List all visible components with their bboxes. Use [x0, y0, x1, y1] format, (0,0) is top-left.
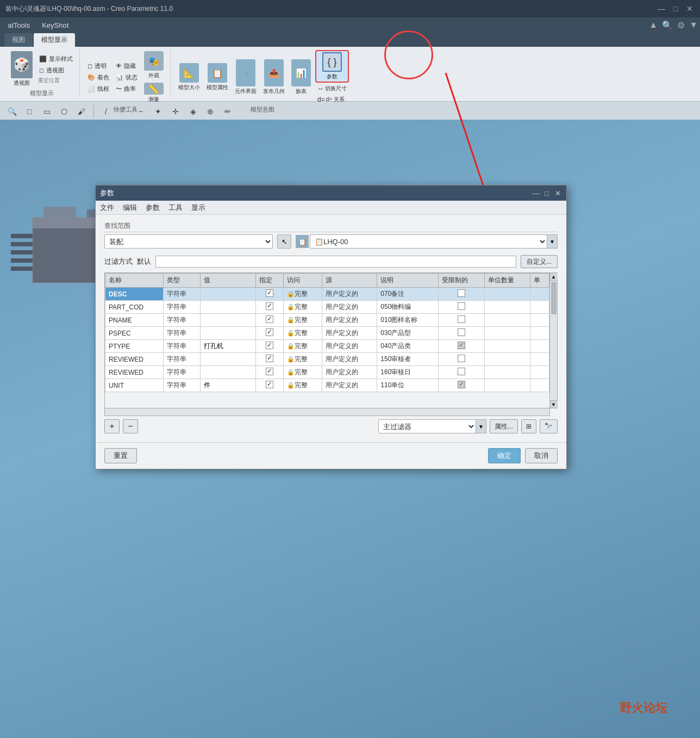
cell-value[interactable] [201, 353, 255, 366]
ribbon-up-icon[interactable]: ▲ [649, 20, 658, 30]
tab-model-display[interactable]: 模型显示 [34, 33, 75, 47]
table-row[interactable]: UNIT字符串🔒完整用户定义的110单位 [105, 379, 549, 392]
cell-value[interactable] [201, 288, 255, 301]
dialog-menu-tools[interactable]: 工具 [168, 203, 183, 213]
curve-btn[interactable]: 〜 曲率 [114, 84, 140, 94]
color-btn[interactable]: 🎨 着色 [85, 72, 111, 83]
relations-btn[interactable]: d= d= 关系 [315, 95, 349, 104]
dialog-menu-edit[interactable]: 编辑 [123, 203, 137, 213]
params-btn[interactable]: { } 参数 [315, 50, 349, 83]
switch-size-btn[interactable]: ↔ 切换尺寸 [315, 84, 349, 94]
model-props-btn[interactable]: 📋 模型属性 [204, 62, 230, 92]
hide-btn[interactable]: 👁 隐藏 [114, 61, 140, 71]
dialog-minimize-btn[interactable]: — [532, 189, 540, 197]
table-row[interactable]: REVIEWED字符串🔒完整用户定义的150审核者 [105, 353, 549, 366]
toolbar-axis-btn[interactable]: ✛ [168, 104, 183, 119]
menu-attools[interactable]: atTools [2, 19, 35, 32]
publish-geom-btn[interactable]: 📤 发布几何 [261, 58, 287, 96]
menu-keyshot[interactable]: KeyShot [36, 19, 74, 32]
table-row[interactable]: PTYPE字符串🔒完整用户定义的040产品类 [105, 340, 549, 353]
cell-value[interactable] [201, 314, 255, 327]
family-table-btn[interactable]: 📊 族表 [289, 58, 313, 96]
cell-value[interactable] [201, 327, 255, 340]
toolbar-rect-btn[interactable]: ▭ [39, 104, 54, 119]
lookup-dropdown-btn[interactable]: ▼ [547, 234, 558, 249]
col-btn[interactable]: ⊞ [521, 419, 536, 433]
cell-value[interactable] [201, 379, 255, 392]
toolbar-plane-btn[interactable]: ◈ [185, 104, 201, 119]
pointer-icon[interactable]: ↖ [277, 234, 291, 249]
toolbar-select-btn[interactable]: □ [22, 104, 37, 119]
toolbar-line-btn[interactable]: / [98, 104, 114, 119]
remove-param-btn[interactable]: − [123, 419, 138, 433]
scroll-up-btn[interactable]: ▲ [550, 273, 558, 281]
lookup-select[interactable]: 📋LHQ-00 [310, 234, 547, 249]
assembly-select[interactable]: 装配 [104, 234, 273, 249]
dialog-menu-file[interactable]: 文件 [100, 203, 114, 213]
perspective-view-btn[interactable]: 🎲 透视图 [9, 50, 35, 88]
reset-btn[interactable]: 重置 [104, 448, 137, 463]
cell-designated[interactable] [255, 379, 283, 392]
cell-designated[interactable] [255, 353, 283, 366]
cell-value[interactable] [201, 366, 255, 379]
cell-value[interactable] [201, 340, 255, 353]
table-row[interactable]: DESC字符串🔒完整用户定义的070备注 [105, 288, 549, 301]
cell-designated[interactable] [255, 314, 283, 327]
table-row[interactable]: PSPEC字符串🔒完整用户定义的030产品型 [105, 327, 549, 340]
table-wrapper[interactable]: 名称 类型 值 指定 访问 源 说明 受限制的 单位数量 单 [104, 272, 550, 408]
cancel-btn[interactable]: 取消 [525, 448, 558, 463]
wireframe-btn[interactable]: ⬜ 线框 [85, 84, 111, 94]
filter-input[interactable] [155, 256, 516, 268]
nav-icon[interactable]: ⚙ [677, 20, 685, 30]
dialog-menu-params[interactable]: 参数 [146, 203, 160, 213]
dialog-close-btn[interactable]: ✕ [553, 189, 562, 197]
search-param-btn[interactable]: 🔭 [540, 419, 558, 433]
dialog-restore-btn[interactable]: □ [542, 189, 551, 197]
cell-restricted[interactable] [438, 340, 484, 353]
ok-btn[interactable]: 确定 [488, 448, 521, 463]
customize-btn[interactable]: 自定义... [521, 255, 558, 268]
maximize-button[interactable]: □ [671, 4, 680, 14]
table-row[interactable]: REVIEWED字符串🔒完整用户定义的160审核日 [105, 366, 549, 379]
table-hscrollbar[interactable] [104, 408, 550, 416]
transparent-btn[interactable]: ◻ 透明 [85, 61, 111, 71]
cell-designated[interactable] [255, 301, 283, 314]
toolbar-search-btn[interactable]: 🔍 [4, 104, 20, 119]
cell-designated[interactable] [255, 288, 283, 301]
status-btn[interactable]: 📊 状态 [114, 72, 140, 83]
cell-restricted[interactable] [438, 314, 484, 327]
menu-more[interactable]: ▼ [689, 20, 698, 30]
add-param-btn[interactable]: + [104, 419, 120, 433]
toolbar-sketch-btn[interactable]: ✏ [220, 104, 235, 119]
toolbar-paint-btn[interactable]: 🖌 [74, 104, 89, 119]
cell-restricted[interactable] [438, 301, 484, 314]
appearance-btn[interactable]: 🎭 外观 [142, 50, 166, 80]
search-icon[interactable]: 🔍 [662, 20, 673, 30]
cell-restricted[interactable] [438, 379, 484, 392]
cell-designated[interactable] [255, 340, 283, 353]
cell-value[interactable] [201, 301, 255, 314]
cell-restricted[interactable] [438, 327, 484, 340]
toolbar-arc-btn[interactable]: ⌒ [116, 104, 131, 119]
cell-restricted[interactable] [438, 353, 484, 366]
table-row[interactable]: PART_COD字符串🔒完整用户定义的050物料编 [105, 301, 549, 314]
tab-view[interactable]: 视图 [4, 33, 33, 47]
table-row[interactable]: PNAME字符串🔒完整用户定义的010图样名称 [105, 314, 549, 327]
attr-btn[interactable]: 属性... [490, 419, 518, 433]
close-button[interactable]: ✕ [685, 4, 695, 14]
cell-restricted[interactable] [438, 366, 484, 379]
toolbar-point-btn[interactable]: ✦ [151, 104, 166, 119]
table-scrollbar[interactable]: ▲ ▼ [550, 272, 558, 408]
model-size-btn[interactable]: 📐 模型大小 [176, 62, 202, 92]
cell-designated[interactable] [255, 327, 283, 340]
measure-btn[interactable]: 📏 测量 [142, 82, 166, 104]
scroll-down-btn[interactable]: ▼ [550, 400, 558, 408]
transparent-view-btn[interactable]: ◻ 透视图 [37, 65, 75, 76]
main-filter-select[interactable]: 主过滤器 [378, 419, 476, 433]
cell-designated[interactable] [255, 366, 283, 379]
toolbar-poly-btn[interactable]: ⬡ [57, 104, 72, 119]
dialog-menu-display[interactable]: 显示 [191, 203, 205, 213]
minimize-button[interactable]: — [657, 4, 666, 14]
filter-select-arrow[interactable]: ▼ [476, 419, 486, 433]
toolbar-spline-btn[interactable]: ~ [133, 104, 148, 119]
